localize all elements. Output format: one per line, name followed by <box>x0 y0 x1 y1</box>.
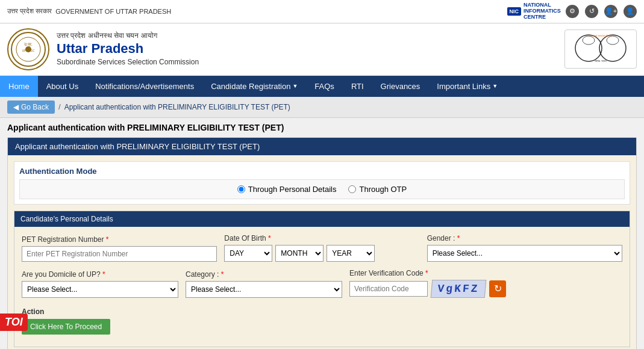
refresh-icon[interactable]: ↺ <box>585 5 598 18</box>
form-row-1: PET Registration Number * Date Of Birth … <box>22 234 622 262</box>
verification-label: Enter Verification Code * <box>349 269 622 277</box>
important-links-arrow: ▼ <box>492 83 498 89</box>
site-header: उ.प्र. UPSSSC उत्तर प्रदेश अधीनस्थ सेवा … <box>0 23 644 76</box>
svg-point-7 <box>583 36 595 45</box>
org-english: Uttar Pradesh <box>57 40 199 58</box>
org-hindi: उत्तर प्रदेश अधीनस्थ सेवा चयन आयोग <box>57 31 199 41</box>
gov-bar-left: उत्तर प्रदेश सरकार GOVERNMENT OF UTTAR P… <box>7 7 171 15</box>
org-name: उत्तर प्रदेश अधीनस्थ सेवा चयन आयोग Uttar… <box>57 31 199 67</box>
swachh-bharat-logo: स्वच्छ भारत एक कदम स्वच्छता की ओर <box>564 29 637 69</box>
pet-reg-required: * <box>106 235 109 244</box>
svg-text:स्वच्छ भारत: स्वच्छ भारत <box>594 59 606 63</box>
settings-icon[interactable]: ⚙ <box>566 5 579 18</box>
domicile-group: Are you Domicile of UP? * Please Select.… <box>22 270 178 298</box>
org-sub: Subordinate Services Selection Commissio… <box>57 58 199 67</box>
nav-grievances[interactable]: Grievances <box>372 76 429 97</box>
action-label: Action <box>22 307 622 316</box>
breadcrumb-separator: / <box>58 102 61 111</box>
dob-group: Date Of Birth * DAY 010203 MONTH 010203 <box>224 234 419 262</box>
dob-selects: DAY 010203 MONTH 010203 YEAR 20001995199… <box>224 245 419 262</box>
auth-mode-title: Authentication Mode <box>19 167 625 176</box>
month-select[interactable]: MONTH 010203 <box>275 245 324 262</box>
verification-input[interactable] <box>349 281 428 297</box>
main-nav: Home About Us Notifications/Advertisemen… <box>0 76 644 97</box>
details-body: PET Registration Number * Date Of Birth … <box>14 227 630 347</box>
auth-mode-section: Authentication Mode Through Personal Det… <box>14 161 630 205</box>
toi-badge: TOI <box>0 313 28 331</box>
dob-label: Date Of Birth * <box>224 234 419 242</box>
card-header: Applicant authentication with PRELIMINAR… <box>8 138 636 155</box>
user-icon[interactable]: 👤 <box>624 5 637 18</box>
svg-point-8 <box>607 36 619 45</box>
details-header: Candidate's Personal Details <box>14 211 630 227</box>
year-select[interactable]: YEAR 200019951990 <box>327 245 375 262</box>
captcha-image: VgKFZ <box>431 280 487 298</box>
nav-notifications[interactable]: Notifications/Advertisements <box>87 76 202 97</box>
verification-row: VgKFZ ↻ <box>349 280 622 298</box>
card-body: Authentication Mode Through Personal Det… <box>8 155 636 349</box>
domicile-select[interactable]: Please Select... Yes No <box>22 281 178 298</box>
organization-logo: उ.प्र. UPSSSC <box>7 28 49 70</box>
day-select[interactable]: DAY 010203 <box>224 245 272 262</box>
gov-bar-right: NIC NATIONAL INFORMATICS CENTRE ⚙ ↺ 👤+ 👤 <box>507 2 637 20</box>
back-button[interactable]: ◀ Go Back <box>7 100 55 114</box>
nav-home[interactable]: Home <box>0 76 38 97</box>
category-label: Category : * <box>186 270 342 279</box>
page-title: Applicant authentication with PRELIMINAR… <box>0 118 644 137</box>
action-section: Action Click Here To Proceed <box>22 305 622 339</box>
nic-logo: NIC NATIONAL INFORMATICS CENTRE <box>507 2 560 20</box>
category-group: Category : * Please Select... General OB… <box>186 270 342 298</box>
svg-text:उ.प्र.: उ.प्र. <box>23 42 33 47</box>
breadcrumb-bar: ◀ Go Back / Applicant authentication wit… <box>0 97 644 118</box>
nav-faqs[interactable]: FAQs <box>306 76 343 97</box>
state-name-english: GOVERNMENT OF UTTAR PRADESH <box>55 8 171 15</box>
nav-about[interactable]: About Us <box>38 76 87 97</box>
breadcrumb-text: Applicant authentication with PRELIMINAR… <box>64 103 290 111</box>
svg-point-4 <box>25 46 31 52</box>
nic-full: NATIONAL INFORMATICS CENTRE <box>524 2 560 20</box>
nav-important-links[interactable]: Important Links ▼ <box>428 76 506 97</box>
auth-personal-radio[interactable] <box>237 185 245 193</box>
category-required: * <box>221 270 224 279</box>
auth-mode-options: Through Personal Details Through OTP <box>19 179 625 199</box>
auth-personal-details[interactable]: Through Personal Details <box>237 185 337 194</box>
gender-label: Gender : * <box>427 234 622 242</box>
header-left: उ.प्र. UPSSSC उत्तर प्रदेश अधीनस्थ सेवा … <box>7 28 199 70</box>
pet-reg-label: PET Registration Number * <box>22 235 217 244</box>
domicile-label: Are you Domicile of UP? * <box>22 270 178 279</box>
pet-reg-group: PET Registration Number * <box>22 235 217 262</box>
auth-otp[interactable]: Through OTP <box>348 185 407 194</box>
verification-required: * <box>425 269 428 277</box>
gender-required: * <box>457 234 460 242</box>
gender-group: Gender : * Please Select... Male Female … <box>427 234 622 262</box>
gender-select[interactable]: Please Select... Male Female Other <box>427 245 622 262</box>
svg-point-6 <box>599 35 626 61</box>
main-card: Applicant authentication with PRELIMINAR… <box>7 137 637 349</box>
candidate-details-section: Candidate's Personal Details PET Registr… <box>14 211 630 347</box>
pet-reg-input[interactable] <box>22 246 217 262</box>
refresh-captcha-button[interactable]: ↻ <box>489 280 506 297</box>
back-arrow-icon: ◀ <box>13 103 19 111</box>
proceed-button[interactable]: Click Here To Proceed <box>22 319 110 335</box>
svg-point-5 <box>575 35 602 61</box>
nic-badge: NIC <box>507 7 522 16</box>
nav-candidate-registration[interactable]: Candidate Registration ▼ <box>202 76 306 97</box>
dob-required: * <box>268 234 271 242</box>
dropdown-arrow: ▼ <box>292 83 298 89</box>
form-row-2: Are you Domicile of UP? * Please Select.… <box>22 269 622 298</box>
category-select[interactable]: Please Select... General OBC SC ST <box>186 281 342 298</box>
add-user-icon[interactable]: 👤+ <box>604 5 617 18</box>
state-name-hindi: उत्तर प्रदेश सरकार <box>7 7 52 15</box>
verification-group: Enter Verification Code * VgKFZ ↻ <box>349 269 622 298</box>
domicile-required: * <box>102 270 105 279</box>
auth-otp-radio[interactable] <box>348 185 356 193</box>
gov-bar: उत्तर प्रदेश सरकार GOVERNMENT OF UTTAR P… <box>0 0 644 23</box>
nav-rti[interactable]: RTI <box>343 76 372 97</box>
svg-text:एक कदम स्वच्छता की ओर: एक कदम स्वच्छता की ओर <box>589 34 612 37</box>
